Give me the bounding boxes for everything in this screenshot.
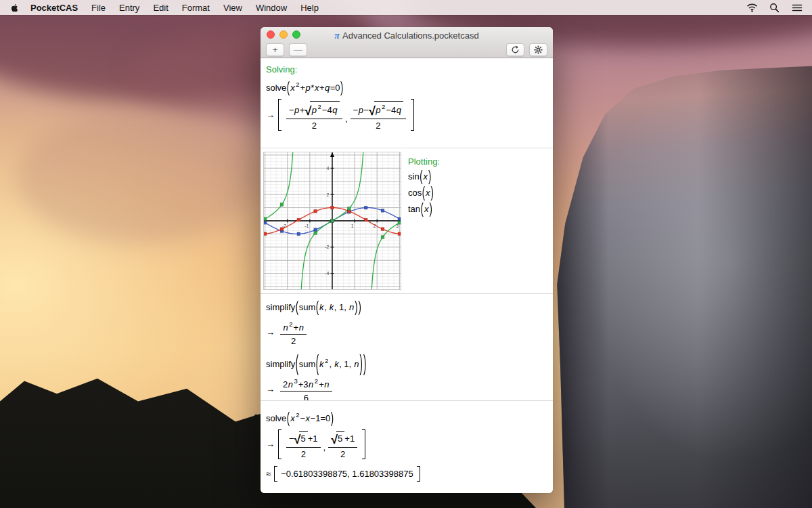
plotting-section: -3-2-1123-4-224 Plotting: sin(x) cos(x) … <box>261 148 553 294</box>
simplify-section: simplify(sum(k, k, 1, n)) → n2+n 2 simpl… <box>261 294 553 401</box>
svg-text:1: 1 <box>351 224 354 228</box>
menu-help[interactable]: Help <box>300 3 319 13</box>
solve-quadratic-result[interactable]: → −p+√p2−4q 2 , −p−√p2−4q 2 <box>266 99 414 131</box>
settings-gear-button[interactable] <box>529 43 547 56</box>
solving-section: Solving: solve(x2+p*x+q=0) → −p+√p2−4q 2… <box>261 58 553 148</box>
minimize-button[interactable] <box>279 30 288 39</box>
menu-file[interactable]: File <box>91 3 106 13</box>
solve-section: solve(x2−x−1=0) → −√5+1 2 , √5+1 2 ≈ <box>261 401 553 488</box>
plot-labels: Plotting: sin(x) cos(x) tan(x) <box>408 152 440 290</box>
add-entry-button[interactable]: + <box>266 43 284 56</box>
left-bracket <box>278 99 281 131</box>
golden-root1-fraction: −√5+1 2 <box>286 429 321 459</box>
svg-text:4: 4 <box>327 166 330 171</box>
sin-entry[interactable]: sin(x) <box>408 171 440 182</box>
zoom-button[interactable] <box>292 30 300 39</box>
right-bracket <box>411 99 414 131</box>
remove-entry-button[interactable]: — <box>289 43 307 56</box>
solve-exact-result[interactable]: → −√5+1 2 , √5+1 2 <box>266 429 365 459</box>
result-arrow: → <box>266 439 275 449</box>
simplify-sum-entry[interactable]: simplify(sum(k, k, 1, n)) <box>266 302 547 312</box>
solve-quadratic-entry[interactable]: solve(x2+p*x+q=0) <box>266 81 547 93</box>
window-title: πAdvanced Calculations.pocketcasd <box>261 28 553 41</box>
document-content: Solving: solve(x2+p*x+q=0) → −p+√p2−4q 2… <box>261 58 553 493</box>
solve-approx-result[interactable]: ≈ −0.61803398875, 1.61803398875 <box>266 466 420 482</box>
tan-entry[interactable]: tan(x) <box>408 204 440 214</box>
close-button[interactable] <box>267 30 275 39</box>
toolbar: + — <box>261 41 553 58</box>
solving-label: Solving: <box>266 64 547 75</box>
svg-text:-4: -4 <box>325 271 329 276</box>
svg-text:-1: -1 <box>304 224 309 228</box>
right-bracket <box>417 466 420 482</box>
pocketcas-window: πAdvanced Calculations.pocketcasd + — So… <box>261 27 553 493</box>
refresh-button[interactable] <box>506 43 524 56</box>
left-bracket <box>278 429 281 459</box>
pi-document-icon: π <box>334 30 340 41</box>
plotting-label: Plotting: <box>408 156 440 167</box>
result-arrow: → <box>266 110 275 120</box>
menu-bar: PocketCAS File Entry Edit Format View Wi… <box>0 0 812 15</box>
sum-squares-fraction: 2n3+3n2+n 6 <box>280 375 332 401</box>
menu-format[interactable]: Format <box>182 3 210 13</box>
root2-fraction: −p−√p2−4q 2 <box>351 99 407 131</box>
menu-entry[interactable]: Entry <box>119 3 139 13</box>
plot-svg[interactable]: -3-2-1123-4-224 <box>263 152 401 290</box>
solve-entry[interactable]: solve(x2−x−1=0) <box>266 411 547 423</box>
result-arrow: → <box>266 327 275 337</box>
right-bracket <box>362 429 365 459</box>
left-bracket <box>274 466 277 482</box>
window-header: πAdvanced Calculations.pocketcasd + — <box>261 27 553 58</box>
search-icon[interactable] <box>769 2 780 13</box>
svg-text:2: 2 <box>327 192 330 197</box>
approx-sign: ≈ <box>266 469 271 479</box>
svg-text:-2: -2 <box>325 245 329 249</box>
approx-values: −0.61803398875, 1.61803398875 <box>280 466 414 482</box>
root1-fraction: −p+√p2−4q 2 <box>286 99 342 131</box>
golden-root2-fraction: √5+1 2 <box>328 429 357 459</box>
apple-menu-icon[interactable] <box>9 3 20 13</box>
menu-view[interactable]: View <box>223 3 242 13</box>
wifi-icon[interactable] <box>746 2 758 13</box>
app-menu[interactable]: PocketCAS <box>30 3 78 13</box>
cos-entry[interactable]: cos(x) <box>408 188 440 198</box>
wallpaper-cloud <box>16 112 260 244</box>
simplify-sum-result[interactable]: → n2+n 2 <box>266 318 309 346</box>
menu-window[interactable]: Window <box>256 3 287 13</box>
result-arrow: → <box>266 384 275 394</box>
title-bar[interactable]: πAdvanced Calculations.pocketcasd <box>261 27 553 41</box>
notification-center-icon[interactable] <box>791 2 803 13</box>
menu-edit[interactable]: Edit <box>153 3 168 13</box>
sum-fraction: n2+n 2 <box>280 318 307 346</box>
simplify-sum-squares-entry[interactable]: simplify(sum(k2, k, 1, n)) <box>266 357 547 369</box>
simplify-sum-squares-result[interactable]: → 2n3+3n2+n 6 <box>266 375 334 401</box>
